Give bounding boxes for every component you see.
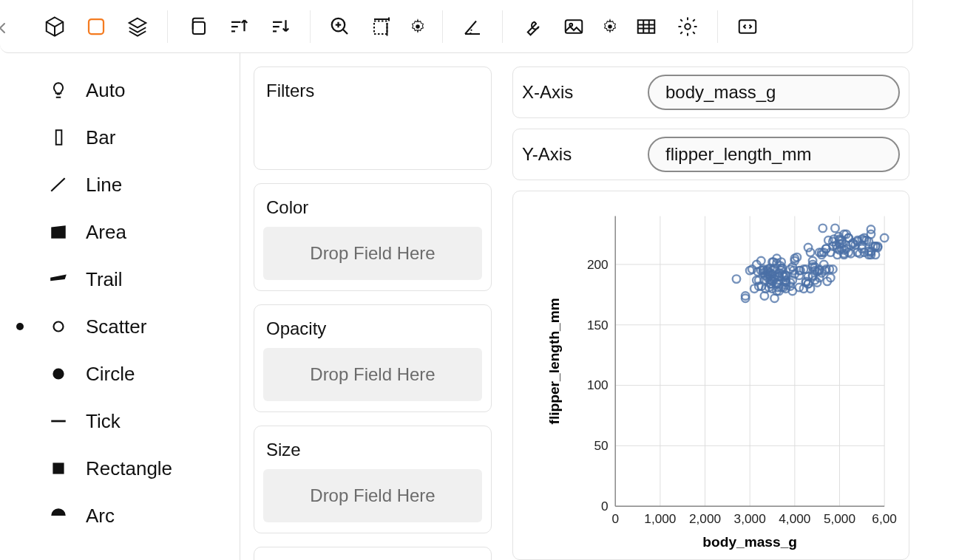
filters-header: Filters — [254, 67, 491, 110]
svg-point-187 — [819, 225, 827, 233]
cube-icon[interactable] — [37, 9, 72, 44]
mark-auto[interactable]: Auto — [0, 66, 240, 114]
x-axis-row: X-Axis body_mass_g — [512, 66, 909, 118]
svg-point-7 — [608, 24, 612, 29]
mark-rectangle[interactable]: Rectangle — [0, 445, 240, 492]
zoom-in-icon[interactable] — [322, 9, 358, 44]
y-axis-field-pill[interactable]: flipper_length_mm — [648, 137, 900, 172]
svg-text:body_mass_g: body_mass_g — [702, 534, 797, 550]
svg-point-13 — [52, 368, 64, 379]
lightbulb-icon — [47, 79, 70, 101]
settings-icon[interactable] — [670, 9, 705, 44]
color-panel: Color Drop Field Here — [254, 183, 492, 291]
image-icon[interactable] — [556, 9, 592, 44]
size-panel: Size Drop Field Here — [254, 426, 492, 533]
y-axis-label: Y-Axis — [522, 144, 648, 165]
size-dropzone[interactable]: Drop Field Here — [263, 469, 482, 522]
mark-label: Arc — [86, 505, 115, 527]
mark-area[interactable]: Area — [0, 208, 240, 256]
svg-point-12 — [54, 322, 64, 332]
svg-text:50: 50 — [594, 438, 608, 453]
area-icon — [47, 221, 70, 243]
mark-label: Line — [86, 174, 122, 197]
selected-indicator — [16, 323, 24, 330]
shape-panel: Shape — [254, 547, 492, 560]
encoding-column: Filters Color Drop Field Here Opacity Dr… — [240, 53, 499, 560]
back-arrow[interactable] — [0, 19, 12, 40]
circle-icon — [47, 363, 70, 385]
svg-point-175 — [867, 225, 875, 233]
chart-panel: 01,0002,0003,0004,0005,0006,000501001502… — [512, 191, 909, 560]
opacity-header: Opacity — [254, 305, 491, 348]
mark-label: Bar — [86, 126, 115, 149]
table-icon[interactable] — [628, 9, 664, 44]
svg-rect-14 — [52, 462, 64, 474]
x-axis-field-pill[interactable]: body_mass_g — [648, 75, 900, 110]
copy-icon[interactable] — [180, 9, 215, 44]
filters-panel[interactable]: Filters — [254, 66, 492, 170]
square-icon[interactable] — [78, 9, 114, 44]
mark-label: Area — [86, 221, 126, 244]
gear-small2-icon[interactable] — [597, 14, 623, 39]
arc-icon — [47, 505, 70, 527]
gear-small-icon[interactable] — [405, 14, 430, 39]
mark-arc[interactable]: Arc — [0, 492, 240, 539]
mark-label: Auto — [86, 79, 126, 102]
rectangle-icon — [47, 457, 70, 479]
sort-desc-icon[interactable] — [262, 9, 298, 44]
chart-column: X-Axis body_mass_g Y-Axis flipper_length… — [499, 53, 976, 560]
svg-point-9 — [685, 24, 691, 30]
mark-trail[interactable]: Trail — [0, 256, 240, 303]
mark-tick[interactable]: Tick — [0, 397, 240, 445]
mark-scatter[interactable]: Scatter — [0, 303, 240, 350]
opacity-panel: Opacity Drop Field Here — [254, 304, 492, 412]
svg-text:200: 200 — [587, 257, 609, 272]
mark-bar[interactable]: Bar — [0, 114, 240, 161]
angle-icon[interactable] — [455, 9, 490, 44]
code-icon[interactable] — [730, 9, 765, 44]
toolbar — [0, 0, 913, 53]
wrench-icon[interactable] — [515, 9, 550, 44]
svg-text:flipper_length_mm: flipper_length_mm — [546, 298, 562, 424]
svg-point-4 — [416, 24, 420, 29]
svg-text:6,00: 6,00 — [872, 511, 897, 526]
svg-text:100: 100 — [587, 378, 609, 392]
svg-point-177 — [831, 225, 839, 233]
mark-label: Trail — [86, 268, 123, 291]
mark-line[interactable]: Line — [0, 161, 240, 208]
svg-text:150: 150 — [587, 318, 609, 332]
color-header: Color — [254, 184, 491, 227]
color-dropzone[interactable]: Drop Field Here — [263, 227, 482, 280]
svg-text:3,000: 3,000 — [734, 511, 766, 526]
size-header: Size — [254, 426, 491, 469]
tick-icon — [47, 410, 70, 432]
svg-rect-0 — [89, 19, 104, 34]
svg-text:1,000: 1,000 — [644, 511, 676, 526]
svg-rect-8 — [638, 20, 655, 33]
scatter-chart: 01,0002,0003,0004,0005,0006,000501001502… — [513, 191, 909, 559]
svg-text:5,000: 5,000 — [824, 511, 855, 526]
opacity-dropzone[interactable]: Drop Field Here — [263, 348, 482, 401]
svg-text:0: 0 — [611, 511, 619, 526]
svg-text:2,000: 2,000 — [689, 511, 721, 526]
scatter-icon — [47, 315, 70, 338]
marks-menu: Auto Bar Line Area Trail — [0, 53, 240, 560]
line-icon — [47, 174, 70, 196]
svg-text:4,000: 4,000 — [779, 511, 810, 526]
mark-circle[interactable]: Circle — [0, 350, 240, 397]
mark-label: Scatter — [86, 315, 146, 338]
svg-rect-10 — [739, 20, 756, 33]
svg-text:0: 0 — [601, 499, 609, 513]
layers-icon[interactable] — [120, 9, 155, 44]
mark-label: Tick — [86, 410, 121, 433]
shape-header: Shape — [254, 547, 491, 560]
bar-icon — [47, 126, 70, 148]
x-axis-label: X-Axis — [522, 82, 648, 103]
svg-rect-1 — [193, 21, 205, 33]
resize-icon[interactable] — [364, 9, 399, 44]
mark-label: Rectangle — [86, 457, 172, 480]
y-axis-row: Y-Axis flipper_length_mm — [512, 129, 909, 180]
svg-rect-3 — [374, 21, 387, 34]
trail-icon — [47, 268, 70, 290]
sort-asc-icon[interactable] — [221, 9, 257, 44]
